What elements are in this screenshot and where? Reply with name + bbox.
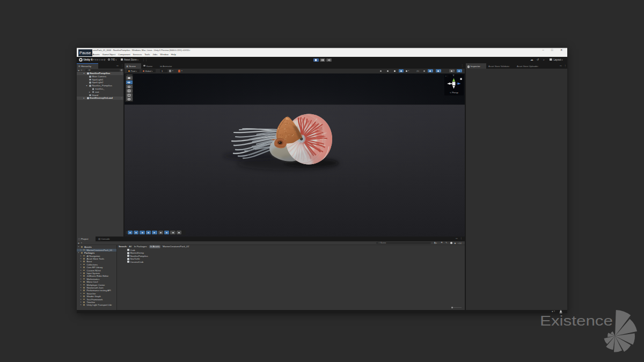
svg-text:Y: Y bbox=[453, 74, 455, 77]
svg-text:Existence: Existence bbox=[540, 313, 613, 328]
svg-text:< Persp: < Persp bbox=[450, 91, 458, 93]
